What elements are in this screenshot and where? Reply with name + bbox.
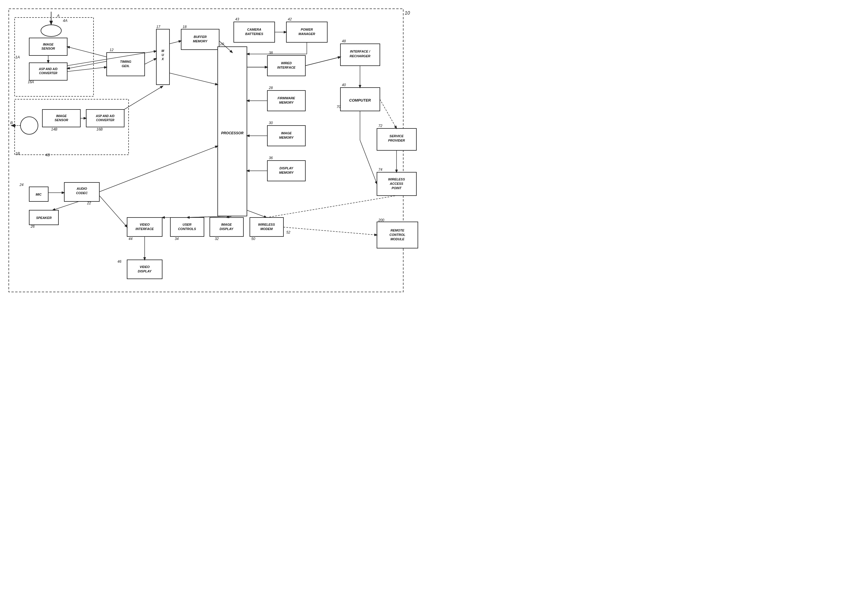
svg-text:CONVERTER: CONVERTER — [39, 72, 58, 75]
svg-line-81 — [305, 57, 340, 66]
svg-line-71 — [170, 73, 218, 85]
asp-ad-a-label: ASP AND A/D — [39, 68, 58, 71]
svg-text:SENSOR: SENSOR — [55, 118, 68, 122]
ref-4B: 4B — [45, 153, 50, 157]
ref-1B: 1B — [15, 151, 20, 156]
mux-label: M — [161, 49, 164, 53]
video-display-label: VIDEO — [140, 265, 150, 269]
ref-30: 30 — [269, 121, 273, 125]
ref-24: 24 — [19, 183, 24, 187]
display-memory-label: DISPLAY — [280, 167, 294, 170]
ref-16B: 16B — [96, 127, 102, 131]
ref-42: 42 — [288, 17, 292, 21]
svg-line-83 — [380, 99, 397, 129]
ref-38: 38 — [269, 51, 273, 55]
audio-codec-label: AUDIO — [76, 187, 87, 190]
svg-text:MEMORY: MEMORY — [279, 101, 294, 104]
svg-line-65 — [124, 86, 163, 110]
image-memory-label: IMAGE — [281, 131, 292, 135]
ref-4A: 4A — [63, 18, 68, 23]
ref-72: 72 — [378, 124, 383, 128]
svg-text:DISPLAY: DISPLAY — [220, 227, 234, 231]
camera-batteries-label: CAMERA — [247, 28, 261, 31]
ref-22: 22 — [87, 201, 91, 205]
svg-text:CODEC: CODEC — [76, 191, 88, 195]
svg-line-89 — [99, 146, 218, 192]
svg-rect-14 — [86, 110, 124, 127]
svg-line-66 — [145, 58, 156, 64]
ref-18: 18 — [183, 25, 187, 29]
ref-14B: 14B — [51, 127, 57, 131]
ref-17: 17 — [156, 25, 161, 29]
user-controls-label: USER — [183, 223, 192, 226]
svg-text:CONTROL: CONTROL — [389, 233, 406, 236]
ref-16A: 16A — [28, 80, 34, 84]
svg-text:INTERFACE: INTERFACE — [136, 227, 154, 231]
image-sensor-a-label: IMAGE — [43, 42, 54, 46]
remote-control-module-label: REMOTE — [390, 229, 404, 232]
svg-line-96 — [247, 210, 266, 217]
ref-1A: 1A — [15, 55, 20, 59]
ref-26: 26 — [30, 225, 35, 229]
computer-label: COMPUTER — [349, 98, 371, 102]
svg-line-69 — [170, 41, 181, 44]
svg-text:GEN.: GEN. — [122, 64, 130, 68]
svg-text:RECHARGER: RECHARGER — [350, 54, 370, 58]
svg-line-98 — [99, 196, 127, 227]
label-B: B — [10, 121, 13, 125]
video-interface-label: VIDEO — [140, 223, 150, 226]
ref-12: 12 — [110, 48, 113, 52]
power-manager-label: POWER — [301, 28, 313, 31]
svg-text:MEMORY: MEMORY — [279, 171, 294, 174]
svg-text:MEMORY: MEMORY — [193, 39, 208, 43]
ref-43: 43 — [235, 17, 239, 21]
svg-text:BATTERIES: BATTERIES — [245, 32, 263, 36]
ref-20: 20 — [220, 42, 224, 46]
ref-48: 48 — [342, 39, 346, 43]
wireless-modem-label: WIRELESS — [258, 223, 275, 226]
svg-rect-1 — [14, 17, 93, 96]
svg-rect-18 — [156, 29, 170, 85]
speaker-label: SPEAKER — [36, 216, 51, 220]
processor-label: PROCESSOR — [221, 131, 244, 135]
svg-text:PROVIDER: PROVIDER — [388, 139, 405, 142]
svg-text:MANAGER: MANAGER — [299, 32, 315, 36]
ref-34: 34 — [175, 237, 179, 241]
image-display-label: IMAGE — [221, 223, 232, 226]
ref-10: 10 — [405, 11, 410, 16]
svg-text:SENSOR: SENSOR — [41, 47, 55, 50]
svg-line-91 — [53, 201, 79, 210]
ref-28: 28 — [268, 86, 273, 90]
svg-line-68 — [67, 47, 107, 57]
ref-44: 44 — [129, 237, 133, 241]
wireless-access-point-label: WIRELESS — [388, 178, 405, 181]
image-sensor-b-label: IMAGE — [56, 114, 67, 118]
ref-200: 200 — [378, 218, 384, 222]
svg-line-88 — [266, 196, 397, 217]
ref-50: 50 — [251, 237, 255, 241]
svg-text:MEMORY: MEMORY — [279, 136, 294, 139]
buffer-memory-label: BUFFER — [194, 35, 207, 39]
svg-text:X: X — [161, 57, 164, 61]
svg-text:CONVERTER: CONVERTER — [96, 118, 115, 122]
wired-interface-label: WIRED — [281, 61, 292, 65]
diagram: 10 1A 4A 1B 4B A B IMAGE SENSOR ASP AND … — [0, 0, 431, 308]
timing-gen-label: TIMING — [120, 60, 131, 63]
ref-52: 52 — [286, 230, 290, 234]
label-A: A — [57, 13, 60, 18]
ref-46: 46 — [117, 259, 121, 264]
ref-40: 40 — [342, 83, 346, 87]
svg-line-62 — [67, 67, 107, 72]
interface-recharger-label: INTERFACE / — [350, 50, 370, 53]
service-provider-label: SERVICE — [389, 134, 404, 138]
svg-line-87 — [284, 227, 377, 235]
svg-text:DISPLAY: DISPLAY — [138, 269, 152, 273]
svg-text:INTERFACE: INTERFACE — [277, 66, 296, 69]
svg-text:ACCESS: ACCESS — [389, 182, 403, 185]
ref-70: 70 — [337, 105, 341, 109]
svg-text:U: U — [162, 53, 164, 57]
asp-ad-b-label: ASP AND A/D — [96, 115, 115, 118]
svg-point-3 — [41, 25, 61, 36]
mic-label: MIC — [36, 193, 42, 196]
firmware-memory-label: FIRMWARE — [277, 96, 295, 100]
